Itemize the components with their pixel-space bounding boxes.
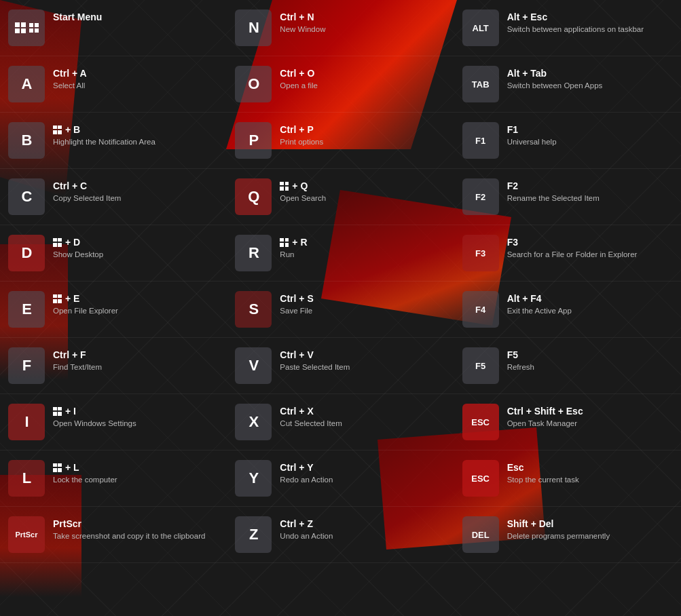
key-badge-f5: F5 xyxy=(462,347,499,384)
shortcut-desc-c: Copy Selected Item xyxy=(53,193,121,204)
shortcut-keys-n: Ctrl + N xyxy=(280,11,325,23)
shortcut-keys-prtscr: PrtScr xyxy=(53,518,205,530)
shortcut-desc-f3: Search for a File or Folder in Explorer xyxy=(507,250,638,261)
shortcut-q: Q + Q Open Search xyxy=(227,169,454,225)
shortcut-info-prtscr: PrtScr Take screenshot and copy it to th… xyxy=(53,516,205,542)
shortcut-info-d: + D Show Desktop xyxy=(53,235,103,261)
key-badge-z: Z xyxy=(235,516,272,553)
shortcut-keys-alt-esc: Alt + Esc xyxy=(507,11,644,23)
shortcut-v: V Ctrl + V Paste Selected Item xyxy=(227,338,454,394)
shortcut-info-r: + R Run xyxy=(280,235,307,261)
shortcut-f2: F2 F2 Rename the Selected Item xyxy=(454,169,681,225)
shortcut-desc-r: Run xyxy=(280,250,307,261)
shortcut-keys-v: Ctrl + V xyxy=(280,349,350,361)
shortcut-info-n: Ctrl + N New Window xyxy=(280,9,325,35)
shortcut-keys-f2: F2 xyxy=(507,180,600,192)
shortcut-desc-shift-del: Delete programs permanently xyxy=(507,531,610,542)
shortcut-desc-b: Highlight the Notification Area xyxy=(53,137,155,148)
shortcut-keys-start: Start Menu xyxy=(53,11,102,23)
shortcut-keys-shift-del: Shift + Del xyxy=(507,518,610,530)
shortcut-info-q: + Q Open Search xyxy=(280,178,326,204)
shortcuts-grid: Start Menu A Ctrl + A Select All B + B H… xyxy=(0,0,681,563)
key-badge-s: S xyxy=(235,291,272,328)
shortcut-keys-z: Ctrl + Z xyxy=(280,518,333,530)
key-badge-o: O xyxy=(235,66,272,102)
shortcut-keys-f5: F5 xyxy=(507,349,534,361)
shortcut-desc-esc: Stop the current task xyxy=(507,475,579,486)
col3: ALT Alt + Esc Switch between application… xyxy=(454,0,681,563)
shortcut-d: D + D Show Desktop xyxy=(0,225,227,282)
shortcut-keys-d: + D xyxy=(53,236,103,248)
shortcut-x: X Ctrl + X Cut Selected Item xyxy=(227,394,454,450)
col2: N Ctrl + N New Window O Ctrl + O Open a … xyxy=(227,0,454,563)
shortcut-desc-f2: Rename the Selected Item xyxy=(507,193,600,204)
shortcut-keys-a: Ctrl + A xyxy=(53,67,87,79)
key-badge-v: V xyxy=(235,347,272,384)
key-badge-f1: F1 xyxy=(462,122,499,159)
key-badge-f: F xyxy=(8,347,45,384)
shortcut-info-alt-esc: Alt + Esc Switch between applications on… xyxy=(507,9,644,35)
shortcut-keys-y: Ctrl + Y xyxy=(280,461,333,474)
shortcut-info-f5: F5 Refresh xyxy=(507,347,534,373)
key-badge-ctrl-shift-esc: ESC xyxy=(462,404,499,440)
shortcut-desc-f5: Refresh xyxy=(507,362,534,373)
shortcut-info-f3: F3 Search for a File or Folder in Explor… xyxy=(507,235,638,261)
shortcut-n: N Ctrl + N New Window xyxy=(227,0,454,56)
shortcut-desc-ctrl-shift-esc: Open Task Manager xyxy=(507,419,583,429)
shortcut-f4: F4 Alt + F4 Exit the Active App xyxy=(454,282,681,338)
key-badge-shift-del: DEL xyxy=(462,516,499,553)
shortcut-o: O Ctrl + O Open a file xyxy=(227,56,454,113)
shortcut-info-i: + I Open Windows Settings xyxy=(53,404,136,429)
shortcut-keys-f4: Alt + F4 xyxy=(507,292,572,305)
key-badge-alt-tab: TAB xyxy=(462,66,499,102)
shortcut-info-e: + E Open File Explorer xyxy=(53,291,118,317)
shortcut-c: C Ctrl + C Copy Selected Item xyxy=(0,169,227,225)
key-badge-esc: ESC xyxy=(462,460,499,497)
shortcut-keys-p: Ctrl + P xyxy=(280,123,323,136)
shortcut-desc-prtscr: Take screenshot and copy it to the clipb… xyxy=(53,531,205,542)
key-badge-f3: F3 xyxy=(462,235,499,271)
shortcut-alt-tab: TAB Alt + Tab Switch between Open Apps xyxy=(454,56,681,113)
key-badge-p: P xyxy=(235,122,272,159)
shortcut-i: I + I Open Windows Settings xyxy=(0,394,227,450)
shortcut-p: P Ctrl + P Print options xyxy=(227,113,454,169)
shortcut-info-f1: F1 Universal help xyxy=(507,122,557,148)
shortcut-keys-o: Ctrl + O xyxy=(280,67,318,79)
key-badge-y: Y xyxy=(235,460,272,497)
key-badge-l: L xyxy=(8,460,45,497)
shortcut-desc-x: Cut Selected Item xyxy=(280,419,342,429)
key-badge-d: D xyxy=(8,235,45,271)
shortcut-a: A Ctrl + A Select All xyxy=(0,56,227,113)
shortcut-desc-a: Select All xyxy=(53,81,87,92)
shortcut-alt-esc: ALT Alt + Esc Switch between application… xyxy=(454,0,681,56)
shortcut-b: B + B Highlight the Notification Area xyxy=(0,113,227,169)
shortcut-keys-f3: F3 xyxy=(507,236,638,248)
shortcut-keys-ctrl-shift-esc: Ctrl + Shift + Esc xyxy=(507,405,583,417)
shortcut-desc-v: Paste Selected Item xyxy=(280,362,350,373)
shortcut-esc: ESC Esc Stop the current task xyxy=(454,450,681,507)
shortcut-f: F Ctrl + F Find Text/Item xyxy=(0,338,227,394)
key-badge-start xyxy=(8,9,45,46)
key-badge-i: I xyxy=(8,404,45,440)
shortcut-f1: F1 F1 Universal help xyxy=(454,113,681,169)
shortcut-info-a: Ctrl + A Select All xyxy=(53,66,87,92)
shortcut-keys-e: + E xyxy=(53,292,118,305)
key-badge-prtscr: PrtScr xyxy=(8,516,45,553)
shortcut-info-start: Start Menu xyxy=(53,9,102,23)
shortcut-prtscr: PrtScr PrtScr Take screenshot and copy i… xyxy=(0,507,227,563)
shortcut-info-x: Ctrl + X Cut Selected Item xyxy=(280,404,342,429)
shortcut-keys-r: + R xyxy=(280,236,307,248)
shortcut-f3: F3 F3 Search for a File or Folder in Exp… xyxy=(454,225,681,282)
shortcut-shift-del: DEL Shift + Del Delete programs permanen… xyxy=(454,507,681,563)
shortcut-info-p: Ctrl + P Print options xyxy=(280,122,323,148)
shortcut-keys-c: Ctrl + C xyxy=(53,180,121,192)
shortcut-keys-b: + B xyxy=(53,123,155,136)
shortcut-keys-i: + I xyxy=(53,405,136,417)
shortcut-desc-alt-esc: Switch between applications on taskbar xyxy=(507,24,644,35)
shortcut-desc-d: Show Desktop xyxy=(53,250,103,261)
shortcut-keys-s: Ctrl + S xyxy=(280,292,313,305)
shortcut-desc-n: New Window xyxy=(280,24,325,35)
shortcut-r: R + R Run xyxy=(227,225,454,282)
shortcut-start-menu: Start Menu xyxy=(0,0,227,56)
shortcut-desc-i: Open Windows Settings xyxy=(53,419,136,429)
